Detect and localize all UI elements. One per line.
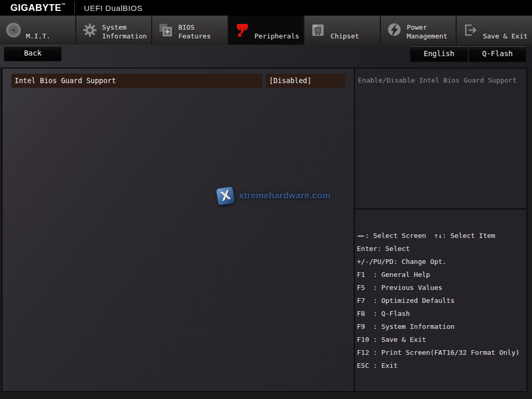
tab-save-exit[interactable]: Save & Exit [457, 16, 532, 45]
back-button[interactable]: Back [4, 46, 61, 61]
bios-chip-icon [158, 22, 174, 38]
shortcut-line: F7 : Optimized Defaults [357, 294, 525, 307]
tab-system-information[interactable]: System Information [76, 16, 153, 45]
tab-label: System Information [102, 23, 152, 45]
help-panel: Enable/Disable Intel Bios Guard Support … [355, 69, 526, 391]
tab-peripherals[interactable]: Peripherals [229, 16, 305, 45]
watermark-x-icon: X [216, 186, 236, 206]
shortcut-line: →←: Select Screen ↑↓: Select Item [357, 229, 525, 242]
shortcut-line: F9 : System Information [357, 320, 525, 333]
tab-bios-features[interactable]: BIOS Features [152, 16, 229, 45]
watermark-text: xtremehardware.com [239, 191, 330, 201]
tab-label: M.I.T. [26, 32, 52, 45]
tab-chipset[interactable]: Chipset [304, 16, 381, 45]
setting-row-intel-bios-guard[interactable]: Intel Bios Guard Support [Disabled] [11, 74, 345, 88]
shortcut-line: F8 : Q-Flash [357, 307, 525, 320]
mit-icon [6, 22, 21, 38]
sub-bar: Back English Q-Flash [0, 45, 532, 68]
chipset-icon [310, 22, 326, 38]
tab-label: BIOS Features [178, 23, 228, 45]
gigabyte-logo: GIGABYTE™ [10, 3, 66, 14]
tab-label: Save & Exit [483, 32, 529, 45]
shortcut-line: F5 : Previous Values [357, 281, 525, 294]
peripherals-icon [234, 22, 250, 38]
shortcut-line: Enter: Select [357, 242, 525, 255]
top-bar: GIGABYTE™ UEFI DualBIOS [0, 0, 532, 16]
shortcut-line: ESC : Exit [357, 359, 525, 372]
shortcut-keys-list: →←: Select Screen ↑↓: Select Item Enter:… [355, 209, 526, 391]
shortcut-line: F12 : Print Screen(FAT16/32 Format Only) [357, 346, 525, 359]
settings-area: Intel Bios Guard Support [Disabled] X xt… [3, 69, 355, 391]
shortcut-line: F10 : Save & Exit [357, 333, 525, 346]
gear-icon [82, 22, 98, 38]
tab-power-management[interactable]: Power Management [381, 16, 457, 45]
tab-mit[interactable]: M.I.T. [0, 16, 76, 45]
tab-label: Power Management [407, 23, 456, 45]
shortcut-line: F1 : General Help [357, 268, 525, 281]
language-button[interactable]: English [410, 46, 468, 61]
exit-door-icon [462, 22, 478, 38]
qflash-button[interactable]: Q-Flash [469, 46, 526, 61]
tab-label: Peripherals [255, 32, 301, 45]
main-panel: Intel Bios Guard Support [Disabled] X xt… [2, 68, 527, 392]
watermark: X xtremehardware.com [217, 187, 330, 205]
item-help-text: Enable/Disable Intel Bios Guard Support [355, 69, 526, 209]
power-bolt-icon [387, 22, 402, 38]
setting-name: Intel Bios Guard Support [11, 74, 262, 88]
setting-value[interactable]: [Disabled] [266, 74, 345, 88]
topbar-divider [74, 2, 75, 14]
tab-bar: M.I.T. System Information [0, 16, 532, 45]
tab-label: Chipset [330, 32, 361, 45]
app-title: UEFI DualBIOS [84, 4, 143, 12]
shortcut-line: +/-/PU/PD: Change Opt. [357, 255, 525, 268]
